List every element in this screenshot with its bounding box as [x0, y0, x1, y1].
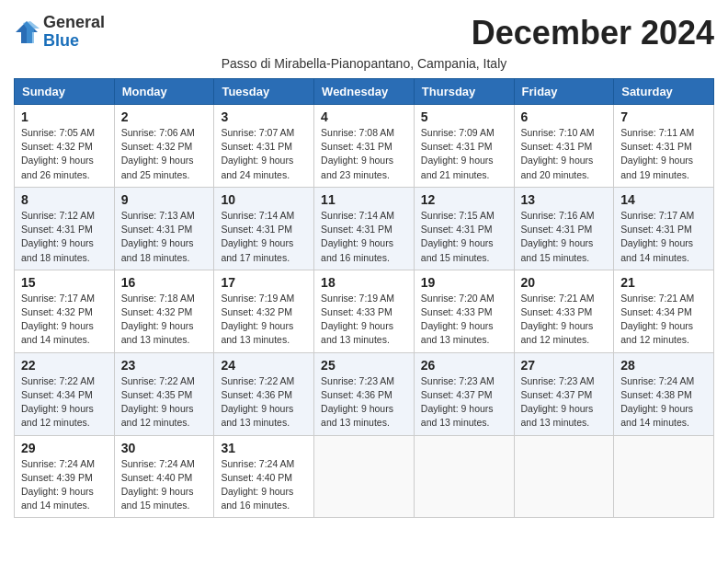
day-number: 8 — [21, 192, 108, 207]
day-number: 13 — [521, 192, 608, 207]
cell-info: Sunrise: 7:23 AMSunset: 4:36 PMDaylight:… — [321, 374, 407, 431]
logo-icon — [14, 19, 40, 45]
calendar-table: SundayMondayTuesdayWednesdayThursdayFrid… — [14, 78, 714, 518]
month-title: December 2024 — [472, 14, 714, 52]
day-number: 5 — [421, 109, 507, 124]
cell-info: Sunrise: 7:24 AMSunset: 4:38 PMDaylight:… — [620, 374, 707, 431]
cell-info: Sunrise: 7:23 AMSunset: 4:37 PMDaylight:… — [421, 374, 507, 431]
cell-info: Sunrise: 7:22 AMSunset: 4:35 PMDaylight:… — [121, 374, 208, 431]
calendar-cell: 17Sunrise: 7:19 AMSunset: 4:32 PMDayligh… — [214, 270, 314, 352]
cell-info: Sunrise: 7:12 AMSunset: 4:31 PMDaylight:… — [21, 209, 108, 265]
cell-info: Sunrise: 7:09 AMSunset: 4:31 PMDaylight:… — [421, 126, 507, 182]
day-number: 17 — [221, 275, 307, 290]
calendar-cell: 19Sunrise: 7:20 AMSunset: 4:33 PMDayligh… — [414, 270, 514, 352]
day-number: 24 — [221, 358, 307, 373]
logo-text: General Blue — [43, 14, 105, 51]
cell-info: Sunrise: 7:19 AMSunset: 4:32 PMDaylight:… — [221, 292, 307, 348]
calendar-cell: 25Sunrise: 7:23 AMSunset: 4:36 PMDayligh… — [314, 352, 415, 435]
day-number: 7 — [620, 109, 707, 124]
calendar-cell: 6Sunrise: 7:10 AMSunset: 4:31 PMDaylight… — [514, 105, 614, 188]
day-number: 2 — [121, 109, 208, 124]
cell-info: Sunrise: 7:17 AMSunset: 4:31 PMDaylight:… — [620, 209, 707, 265]
cell-info: Sunrise: 7:24 AMSunset: 4:40 PMDaylight:… — [121, 457, 208, 513]
day-number: 28 — [620, 358, 707, 373]
cell-info: Sunrise: 7:18 AMSunset: 4:32 PMDaylight:… — [121, 292, 208, 348]
cell-info: Sunrise: 7:22 AMSunset: 4:36 PMDaylight:… — [221, 374, 307, 431]
col-header-thursday: Thursday — [414, 79, 514, 105]
day-number: 3 — [221, 109, 307, 124]
calendar-cell: 22Sunrise: 7:22 AMSunset: 4:34 PMDayligh… — [15, 352, 115, 435]
calendar-cell: 4Sunrise: 7:08 AMSunset: 4:31 PMDaylight… — [314, 105, 415, 188]
cell-info: Sunrise: 7:13 AMSunset: 4:31 PMDaylight:… — [121, 209, 208, 265]
calendar-cell: 13Sunrise: 7:16 AMSunset: 4:31 PMDayligh… — [514, 187, 614, 270]
day-number: 15 — [21, 275, 108, 290]
cell-info: Sunrise: 7:07 AMSunset: 4:31 PMDaylight:… — [221, 126, 307, 182]
calendar-body: 1Sunrise: 7:05 AMSunset: 4:32 PMDaylight… — [15, 105, 714, 518]
col-header-friday: Friday — [514, 79, 614, 105]
calendar-cell: 23Sunrise: 7:22 AMSunset: 4:35 PMDayligh… — [114, 352, 214, 435]
calendar-cell: 15Sunrise: 7:17 AMSunset: 4:32 PMDayligh… — [15, 270, 115, 352]
col-header-saturday: Saturday — [614, 79, 714, 105]
calendar-cell: 7Sunrise: 7:11 AMSunset: 4:31 PMDaylight… — [614, 105, 714, 188]
cell-info: Sunrise: 7:16 AMSunset: 4:31 PMDaylight:… — [521, 209, 608, 265]
calendar-cell: 24Sunrise: 7:22 AMSunset: 4:36 PMDayligh… — [214, 352, 314, 435]
cell-info: Sunrise: 7:10 AMSunset: 4:31 PMDaylight:… — [521, 126, 608, 182]
calendar-cell: 20Sunrise: 7:21 AMSunset: 4:33 PMDayligh… — [514, 270, 614, 352]
calendar-week-row: 15Sunrise: 7:17 AMSunset: 4:32 PMDayligh… — [15, 270, 714, 352]
cell-info: Sunrise: 7:20 AMSunset: 4:33 PMDaylight:… — [421, 292, 507, 348]
day-number: 23 — [121, 358, 208, 373]
col-header-wednesday: Wednesday — [314, 79, 415, 105]
day-number: 12 — [421, 192, 507, 207]
cell-info: Sunrise: 7:11 AMSunset: 4:31 PMDaylight:… — [620, 126, 707, 182]
calendar-cell: 31Sunrise: 7:24 AMSunset: 4:40 PMDayligh… — [214, 435, 314, 518]
day-number: 11 — [321, 192, 407, 207]
cell-info: Sunrise: 7:14 AMSunset: 4:31 PMDaylight:… — [321, 209, 407, 265]
calendar-week-row: 1Sunrise: 7:05 AMSunset: 4:32 PMDaylight… — [15, 105, 714, 188]
day-number: 6 — [521, 109, 608, 124]
day-number: 16 — [121, 275, 208, 290]
calendar-cell: 8Sunrise: 7:12 AMSunset: 4:31 PMDaylight… — [15, 187, 115, 270]
calendar-cell — [414, 435, 514, 518]
day-number: 1 — [21, 109, 108, 124]
day-number: 20 — [521, 275, 608, 290]
cell-info: Sunrise: 7:22 AMSunset: 4:34 PMDaylight:… — [21, 374, 108, 431]
cell-info: Sunrise: 7:06 AMSunset: 4:32 PMDaylight:… — [121, 126, 208, 182]
calendar-week-row: 22Sunrise: 7:22 AMSunset: 4:34 PMDayligh… — [15, 352, 714, 435]
day-number: 31 — [221, 441, 307, 455]
logo: General Blue — [14, 14, 105, 51]
calendar-cell: 10Sunrise: 7:14 AMSunset: 4:31 PMDayligh… — [214, 187, 314, 270]
cell-info: Sunrise: 7:19 AMSunset: 4:33 PMDaylight:… — [321, 292, 407, 348]
subtitle: Passo di Mirabella-Pianopantano, Campani… — [14, 56, 714, 71]
calendar-cell: 26Sunrise: 7:23 AMSunset: 4:37 PMDayligh… — [414, 352, 514, 435]
calendar-cell: 28Sunrise: 7:24 AMSunset: 4:38 PMDayligh… — [614, 352, 714, 435]
day-number: 25 — [321, 358, 407, 373]
day-number: 26 — [421, 358, 507, 373]
day-number: 18 — [321, 275, 407, 290]
calendar-cell: 16Sunrise: 7:18 AMSunset: 4:32 PMDayligh… — [114, 270, 214, 352]
calendar-cell — [614, 435, 714, 518]
day-number: 27 — [521, 358, 608, 373]
col-header-tuesday: Tuesday — [214, 79, 314, 105]
calendar-cell: 1Sunrise: 7:05 AMSunset: 4:32 PMDaylight… — [15, 105, 115, 188]
calendar-cell: 21Sunrise: 7:21 AMSunset: 4:34 PMDayligh… — [614, 270, 714, 352]
col-header-monday: Monday — [114, 79, 214, 105]
calendar-cell — [314, 435, 415, 518]
day-number: 21 — [620, 275, 707, 290]
day-number: 30 — [121, 441, 208, 455]
calendar-cell: 30Sunrise: 7:24 AMSunset: 4:40 PMDayligh… — [114, 435, 214, 518]
page-header: General Blue December 2024 — [14, 14, 714, 52]
day-number: 19 — [421, 275, 507, 290]
calendar-week-row: 29Sunrise: 7:24 AMSunset: 4:39 PMDayligh… — [15, 435, 714, 518]
cell-info: Sunrise: 7:05 AMSunset: 4:32 PMDaylight:… — [21, 126, 108, 182]
logo-general: General — [43, 14, 105, 32]
calendar-cell: 2Sunrise: 7:06 AMSunset: 4:32 PMDaylight… — [114, 105, 214, 188]
cell-info: Sunrise: 7:24 AMSunset: 4:40 PMDaylight:… — [221, 457, 307, 513]
cell-info: Sunrise: 7:15 AMSunset: 4:31 PMDaylight:… — [421, 209, 507, 265]
day-number: 29 — [21, 441, 108, 455]
calendar-cell: 11Sunrise: 7:14 AMSunset: 4:31 PMDayligh… — [314, 187, 415, 270]
calendar-cell: 5Sunrise: 7:09 AMSunset: 4:31 PMDaylight… — [414, 105, 514, 188]
day-number: 22 — [21, 358, 108, 373]
calendar-cell: 14Sunrise: 7:17 AMSunset: 4:31 PMDayligh… — [614, 187, 714, 270]
day-number: 4 — [321, 109, 407, 124]
calendar-cell: 18Sunrise: 7:19 AMSunset: 4:33 PMDayligh… — [314, 270, 415, 352]
